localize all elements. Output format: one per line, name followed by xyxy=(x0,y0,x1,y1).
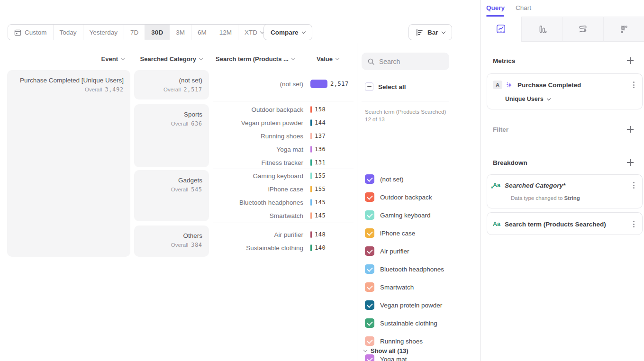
legend-checkbox[interactable] xyxy=(365,264,374,274)
date-range-yesterday[interactable]: Yesterday xyxy=(83,25,124,40)
value-bar[interactable] xyxy=(310,119,312,126)
chart-row[interactable]: Bluetooth headphones 145 xyxy=(213,196,354,209)
column-header-search-term[interactable]: Search term (Products ... xyxy=(216,55,295,63)
date-range-group: Custom Today Yesterday 7D 30D 3M 6M 12M … xyxy=(8,24,270,40)
chevron-down-icon xyxy=(546,96,550,100)
chart-row[interactable]: Sustainable clothing 140 xyxy=(213,241,354,254)
chart-row[interactable]: Vegan protein powder 144 xyxy=(213,116,354,129)
date-range-3m[interactable]: 3M xyxy=(169,25,191,40)
event-cell[interactable]: Purchase Completed [Unique Users] Overal… xyxy=(7,70,130,257)
date-range-6m[interactable]: 6M xyxy=(191,25,213,40)
tab-chart[interactable]: Chart xyxy=(516,4,531,11)
legend-item[interactable]: Vegan protein powder xyxy=(365,300,442,310)
legend-item[interactable]: Air purifier xyxy=(365,246,409,256)
legend-checkbox[interactable] xyxy=(365,228,374,238)
legend-checkbox[interactable] xyxy=(365,336,374,346)
value-bar[interactable] xyxy=(310,212,312,219)
value-bar[interactable] xyxy=(310,172,312,179)
add-breakdown-button[interactable] xyxy=(626,159,634,166)
tab-flows[interactable] xyxy=(562,17,603,42)
search-input[interactable]: Search xyxy=(362,53,449,70)
chart-type-button[interactable]: Bar xyxy=(408,24,452,40)
breakdown-card-search-term[interactable]: Aa Search term (Products Searched) xyxy=(487,212,643,235)
value-bar[interactable] xyxy=(310,231,312,238)
chart-row[interactable]: Running shoes 137 xyxy=(213,129,354,143)
tab-funnels[interactable] xyxy=(521,17,562,42)
add-filter-button[interactable] xyxy=(626,126,634,133)
search-placeholder: Search xyxy=(379,58,400,65)
tab-retention[interactable] xyxy=(603,17,644,42)
chart-row[interactable]: Air purifier 148 xyxy=(213,228,354,241)
legend-item[interactable]: iPhone case xyxy=(365,228,415,238)
date-range-custom[interactable]: Custom xyxy=(8,25,53,40)
kebab-menu-icon[interactable] xyxy=(631,220,636,228)
chart-row[interactable]: (not set) 2,517 xyxy=(213,77,354,90)
insights-app: Custom Today Yesterday 7D 30D 3M 6M 12M … xyxy=(0,0,644,361)
legend-checkbox[interactable] xyxy=(365,300,374,310)
category-cell-others[interactable]: Others Overall384 xyxy=(134,226,209,257)
legend-checkbox[interactable] xyxy=(365,174,374,184)
metric-card[interactable]: A Purchase Completed Unique Users xyxy=(487,73,643,109)
column-header-searched-category[interactable]: Searched Category xyxy=(134,55,202,63)
legend-item[interactable]: Yoga mat xyxy=(365,354,407,361)
legend-item[interactable]: Running shoes xyxy=(365,336,423,346)
legend-checkbox[interactable] xyxy=(365,210,374,220)
event-overall: Overall3,492 xyxy=(14,86,124,93)
date-range-12m[interactable]: 12M xyxy=(213,25,238,40)
date-range-30d[interactable]: 30D xyxy=(145,25,169,40)
select-all-checkbox[interactable] xyxy=(365,82,373,91)
column-header-value[interactable]: Value xyxy=(317,55,339,63)
value-bar[interactable] xyxy=(310,146,312,153)
query-sidebar: Query Chart xyxy=(480,0,644,361)
legend-item[interactable]: Smartwatch xyxy=(365,282,414,292)
value-bar[interactable] xyxy=(310,159,312,166)
kebab-menu-icon[interactable] xyxy=(631,81,636,89)
measure-dropdown[interactable]: Unique Users xyxy=(505,96,550,102)
chart-row[interactable]: Fitness tracker 131 xyxy=(213,156,354,169)
legend-checkbox[interactable] xyxy=(365,318,374,328)
legend-checkbox[interactable] xyxy=(365,282,374,292)
breakdown-name: Search term (Products Searched) xyxy=(505,221,606,228)
legend-checkbox[interactable] xyxy=(365,246,374,256)
breakdown-heading: Breakdown xyxy=(493,158,634,167)
date-range-7d[interactable]: 7D xyxy=(124,25,145,40)
chart-row[interactable]: Yoga mat 136 xyxy=(213,143,354,156)
breakdown-card-searched-category[interactable]: Aa* Searched Category* Data type changed… xyxy=(487,174,643,208)
legend-checkbox[interactable] xyxy=(365,354,374,361)
chart-row[interactable]: iPhone case 155 xyxy=(213,182,354,196)
kebab-menu-icon[interactable] xyxy=(631,181,636,190)
legend-item[interactable]: Outdoor backpack xyxy=(365,192,432,202)
value-bar[interactable] xyxy=(310,133,312,139)
legend-item[interactable]: (not set) xyxy=(365,174,404,184)
value-bar[interactable] xyxy=(310,186,312,192)
bar-chart-icon xyxy=(416,28,424,36)
legend-item[interactable]: Gaming keyboard xyxy=(365,210,431,220)
chart-row[interactable]: Gaming keyboard 155 xyxy=(213,169,354,182)
value-bar[interactable] xyxy=(310,80,327,88)
funnel-bars-icon xyxy=(537,24,547,35)
legend-checkbox[interactable] xyxy=(365,192,374,202)
legend-panel: Search Select all Search term (Products … xyxy=(357,43,480,361)
column-header-event[interactable]: Event xyxy=(7,55,124,63)
compare-button[interactable]: Compare xyxy=(263,24,312,40)
chart-row[interactable]: Outdoor backpack 158 xyxy=(213,103,354,116)
value-bar[interactable] xyxy=(310,244,312,251)
date-range-today[interactable]: Today xyxy=(53,25,83,40)
select-all-row[interactable]: Select all xyxy=(365,82,406,91)
add-metric-button[interactable] xyxy=(626,57,634,64)
legend-item[interactable]: Sustainable clothing xyxy=(365,318,437,328)
tab-query[interactable]: Query xyxy=(486,4,505,11)
group-separator xyxy=(213,223,354,223)
value-bar[interactable] xyxy=(310,106,312,113)
category-cell-not-set[interactable]: (not set) Overall2,517 xyxy=(134,70,209,99)
chart-row[interactable]: Smartwatch 145 xyxy=(213,209,354,222)
metrics-heading: Metrics xyxy=(493,56,634,65)
chevron-down-icon xyxy=(291,56,295,60)
show-all-button[interactable]: Show all (13) xyxy=(364,347,408,354)
legend-item[interactable]: Bluetooth headphones xyxy=(365,264,444,274)
filter-heading: Filter xyxy=(493,125,634,134)
value-bar[interactable] xyxy=(310,199,312,206)
category-cell-gadgets[interactable]: Gadgets Overall545 xyxy=(134,170,209,221)
category-cell-sports[interactable]: Sports Overall636 xyxy=(134,104,209,167)
tab-insights[interactable] xyxy=(481,17,521,42)
